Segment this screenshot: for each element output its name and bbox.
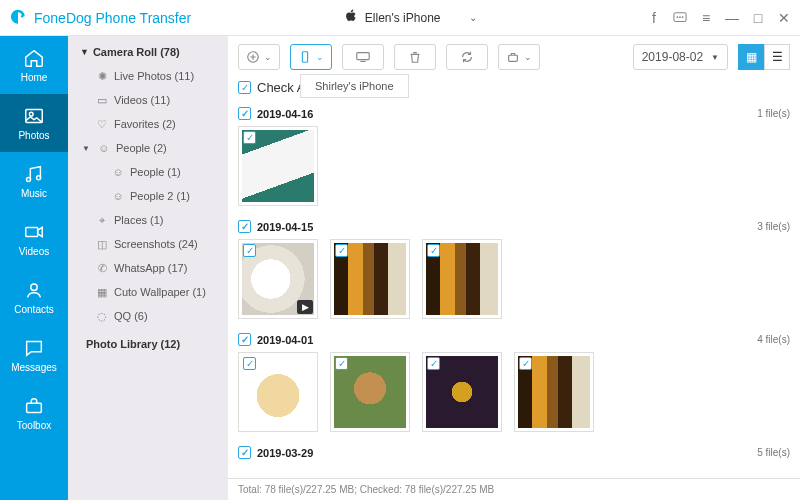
sidebar-item-label: Favorites (2) [114,118,176,130]
nav-music[interactable]: Music [0,152,68,210]
date-group-header[interactable]: ✓2019-04-014 file(s) [238,327,790,350]
svg-point-3 [679,16,681,18]
sidebar-group-photo-library[interactable]: Photo Library (12) [68,328,228,356]
thumb-checkbox[interactable]: ✓ [335,244,348,257]
nav-videos[interactable]: Videos [0,210,68,268]
sidebar-item-label: People (2) [116,142,167,154]
status-text: Total: 78 file(s)/227.25 MB; Checked: 78… [238,484,494,495]
contacts-icon [23,279,45,301]
toolbar: ⌄ ⌄ ⌄ 2019-08-02 ▼ ▦ ☰ [228,36,800,78]
group-checkbox[interactable]: ✓ [238,446,251,459]
nav-toolbox[interactable]: Toolbox [0,384,68,442]
sidebar-item-places[interactable]: ⌖Places (1) [68,208,228,232]
nav-label: Messages [11,362,57,373]
app-logo-area: FoneDog Phone Transfer [8,8,233,28]
date-group-header[interactable]: ✓2019-04-161 file(s) [238,101,790,124]
nav-messages[interactable]: Messages [0,326,68,384]
group-checkbox[interactable]: ✓ [238,107,251,120]
svg-rect-15 [509,55,518,61]
thumb-checkbox[interactable]: ✓ [243,244,256,257]
svg-point-8 [37,176,41,180]
minimize-icon[interactable]: — [724,10,740,26]
thumb-checkbox[interactable]: ✓ [519,357,532,370]
thumb-checkbox[interactable]: ✓ [243,131,256,144]
group-checkbox[interactable]: ✓ [238,220,251,233]
app-logo-icon [8,8,28,28]
export-to-pc-button[interactable] [342,44,384,70]
group-date: 2019-04-15 [257,221,313,233]
sidebar-item-cuto[interactable]: ▦Cuto Wallpaper (1) [68,280,228,304]
photo-thumb[interactable]: ✓ [238,352,318,432]
sidebar-group-camera-roll[interactable]: ▼ Camera Roll (78) [68,40,228,64]
refresh-button[interactable] [446,44,488,70]
photo-thumb[interactable]: ✓ [330,352,410,432]
sidebar-item-qq[interactable]: ◌QQ (6) [68,304,228,328]
thumb-row: ✓ [238,124,790,214]
sidebar-item-people-1[interactable]: ☺People (1) [68,160,228,184]
sidebar-item-whatsapp[interactable]: ✆WhatsApp (17) [68,256,228,280]
photo-thumb[interactable]: ✓ [514,352,594,432]
pin-icon: ⌖ [96,214,108,226]
more-tools-button[interactable]: ⌄ [498,44,540,70]
qq-icon: ◌ [96,310,108,322]
nav-home[interactable]: Home [0,36,68,94]
menu-icon[interactable]: ≡ [698,10,714,26]
svg-point-6 [29,112,33,116]
svg-point-0 [21,15,24,17]
sidebar-item-label: QQ (6) [114,310,148,322]
thumb-checkbox[interactable]: ✓ [427,244,440,257]
view-toggle: ▦ ☰ [738,44,790,70]
add-button[interactable]: ⌄ [238,44,280,70]
pc-icon [355,50,371,64]
photo-thumb[interactable]: ✓▶ [238,239,318,319]
delete-button[interactable] [394,44,436,70]
maximize-icon[interactable]: □ [750,10,766,26]
facebook-icon[interactable]: f [646,10,662,26]
trash-icon [408,50,422,64]
photo-thumb[interactable]: ✓ [330,239,410,319]
sidebar-item-people-group[interactable]: ▼☺People (2) [68,136,228,160]
nav-label: Toolbox [17,420,51,431]
device-selector[interactable]: Ellen's iPhone ⌄ [291,9,531,26]
export-tooltip: Shirley's iPhone [300,74,409,98]
photo-content: ✓2019-04-161 file(s)✓✓2019-04-153 file(s… [228,101,800,478]
titlebar-right: f ≡ — □ ✕ [646,10,792,26]
thumb-checkbox[interactable]: ✓ [335,357,348,370]
thumb-checkbox[interactable]: ✓ [427,357,440,370]
photo-thumb[interactable]: ✓ [422,239,502,319]
refresh-icon [460,50,474,64]
sidebar-item-label: Cuto Wallpaper (1) [114,286,206,298]
date-group-header[interactable]: ✓2019-03-295 file(s) [238,440,790,463]
export-to-device-button[interactable]: ⌄ [290,44,332,70]
caret-down-icon: ▼ [711,53,719,62]
sidebar-item-live-photos[interactable]: ✺Live Photos (11) [68,64,228,88]
photo-thumb[interactable]: ✓ [238,126,318,206]
check-all-checkbox[interactable]: ✓ [238,81,251,94]
close-icon[interactable]: ✕ [776,10,792,26]
group-count: 5 file(s) [757,447,790,458]
sidebar-group-label: Camera Roll (78) [93,46,180,58]
nav-contacts[interactable]: Contacts [0,268,68,326]
device-icon [298,50,312,64]
sidebar-item-screenshots[interactable]: ◫Screenshots (24) [68,232,228,256]
date-group-header[interactable]: ✓2019-04-153 file(s) [238,214,790,237]
sidebar-item-people-2[interactable]: ☺People 2 (1) [68,184,228,208]
group-checkbox[interactable]: ✓ [238,333,251,346]
group-date: 2019-03-29 [257,447,313,459]
list-view-button[interactable]: ☰ [764,44,790,70]
video-badge-icon: ▶ [297,300,313,314]
nav-photos[interactable]: Photos [0,94,68,152]
thumb-row: ✓✓✓✓ [238,350,790,440]
nav-label: Music [21,188,47,199]
group-date: 2019-04-16 [257,108,313,120]
messages-icon [23,337,45,359]
photo-thumb[interactable]: ✓ [422,352,502,432]
device-name: Ellen's iPhone [365,11,441,25]
thumb-checkbox[interactable]: ✓ [243,357,256,370]
sidebar-item-favorites[interactable]: ♡Favorites (2) [68,112,228,136]
heart-icon: ♡ [96,118,108,130]
sidebar-item-videos[interactable]: ▭Videos (11) [68,88,228,112]
date-filter[interactable]: 2019-08-02 ▼ [633,44,728,70]
grid-view-button[interactable]: ▦ [738,44,764,70]
feedback-icon[interactable] [672,10,688,26]
